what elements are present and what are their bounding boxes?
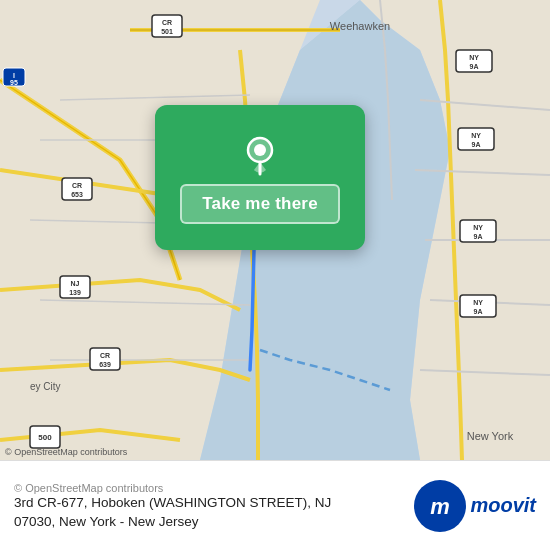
svg-point-38 [254,144,266,156]
svg-text:9A: 9A [474,233,483,240]
svg-text:NY: NY [471,132,481,139]
svg-text:ey City: ey City [30,381,61,392]
svg-text:9A: 9A [474,308,483,315]
svg-text:© OpenStreetMap contributors: © OpenStreetMap contributors [5,447,128,457]
svg-text:I: I [13,72,15,79]
svg-text:9A: 9A [470,63,479,70]
svg-text:139: 139 [69,289,81,296]
svg-text:CR: CR [100,352,110,359]
svg-text:NY: NY [473,299,483,306]
svg-text:m: m [431,494,451,519]
svg-text:New York: New York [467,430,514,442]
svg-text:639: 639 [99,361,111,368]
moovit-icon: m [414,480,466,532]
svg-text:9A: 9A [472,141,481,148]
svg-text:653: 653 [71,191,83,198]
map-attribution: © OpenStreetMap contributors [14,482,404,494]
svg-text:Weehawken: Weehawken [330,20,390,32]
svg-text:500: 500 [38,433,52,442]
moovit-wordmark: moovit [470,494,536,517]
svg-text:501: 501 [161,28,173,35]
map-container: CR 501 I 95 CR 653 NJ 139 CR 639 500 NY … [0,0,550,460]
svg-text:CR: CR [162,19,172,26]
map-card: Take me there [155,105,365,250]
svg-text:NJ: NJ [71,280,80,287]
svg-text:95: 95 [10,79,18,86]
svg-text:NY: NY [473,224,483,231]
address-block: © OpenStreetMap contributors 3rd CR-677,… [14,480,404,532]
location-pin-icon [238,132,282,176]
address-text: 3rd CR-677, Hoboken (WASHINGTON STREET),… [14,494,404,532]
svg-text:CR: CR [72,182,82,189]
take-me-there-button[interactable]: Take me there [180,184,340,224]
bottom-bar: © OpenStreetMap contributors 3rd CR-677,… [0,460,550,550]
svg-text:NY: NY [469,54,479,61]
moovit-logo: m moovit [414,480,536,532]
